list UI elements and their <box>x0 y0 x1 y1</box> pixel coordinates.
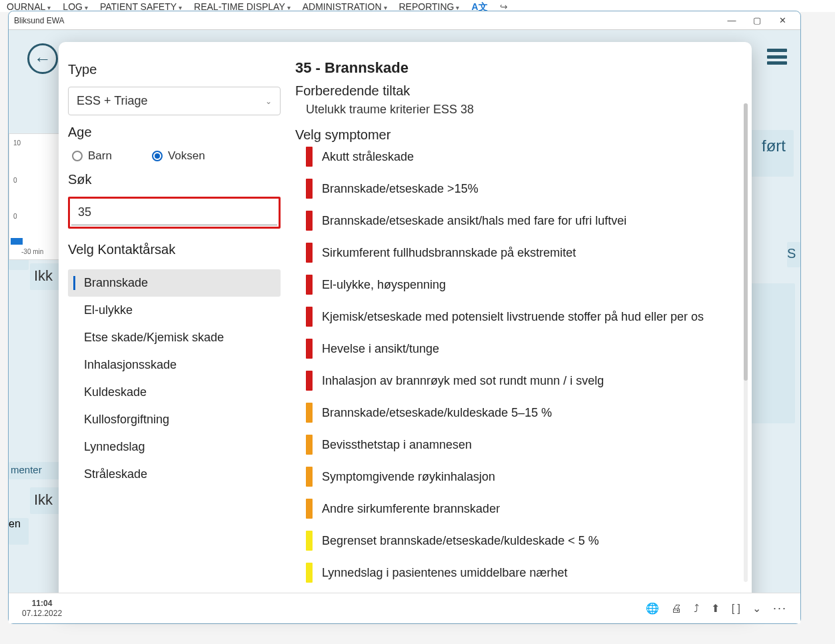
age-radio-group: Barn Voksen <box>68 149 281 163</box>
symptom-header: Velg symptomer <box>295 127 738 143</box>
symptom-label: Brannskade/etseskade ansikt/hals med far… <box>322 214 626 228</box>
severity-bar <box>306 339 313 359</box>
translate-icon[interactable]: A文 <box>471 1 487 11</box>
contact-item[interactable]: Lynnedslag <box>68 433 281 461</box>
severity-bar <box>306 467 313 487</box>
symptom-item[interactable]: Brannskade/etseskade >15% <box>306 179 738 199</box>
window-minimize-button[interactable]: — <box>719 15 744 25</box>
hamburger-menu-icon[interactable] <box>767 49 787 65</box>
bg-menu-item[interactable]: PATIENT SAFETY▾ <box>100 1 182 11</box>
severity-bar <box>306 243 313 263</box>
contact-item[interactable]: Brannskade <box>68 269 281 297</box>
severity-bar <box>306 147 313 167</box>
bg-label-fragment: ført <box>762 137 786 155</box>
chevron-down-icon[interactable]: ⌄ <box>752 602 761 615</box>
share-icon[interactable]: ⤴ <box>694 603 699 615</box>
contact-item[interactable]: El-ulykke <box>68 297 281 324</box>
severity-bar <box>306 179 313 199</box>
contact-reason-list: BrannskadeEl-ulykkeEtse skade/Kjemisk sk… <box>68 269 281 488</box>
bg-menu-item[interactable]: ADMINISTRATION▾ <box>303 1 387 11</box>
prep-line: Utelukk traume kriterier ESS 38 <box>295 103 738 117</box>
radio-icon <box>72 151 83 161</box>
upload-icon[interactable]: ⬆ <box>711 602 720 615</box>
chart-tick: 0 <box>13 177 17 184</box>
radio-label: Barn <box>88 149 112 163</box>
contact-item[interactable]: Kullosforgiftning <box>68 406 281 433</box>
symptom-label: Bevissthetstap i anamnesen <box>322 438 472 452</box>
bg-menu-item[interactable]: REPORTING▾ <box>399 1 460 11</box>
chart-tick: 0 <box>13 213 17 220</box>
radio-voksen[interactable]: Voksen <box>152 149 205 163</box>
severity-bar <box>306 403 313 423</box>
type-select-value: ESS + Triage <box>77 94 148 108</box>
window-close-button[interactable]: ✕ <box>770 15 795 25</box>
modal-right-panel: 35 - Brannskade Forberedende tiltak Utel… <box>289 42 752 609</box>
contact-item[interactable]: Etse skade/Kjemisk skade <box>68 324 281 351</box>
type-select[interactable]: ESS + Triage ⌄ <box>68 87 281 115</box>
radio-barn[interactable]: Barn <box>72 149 112 163</box>
window-titlebar: Bliksund EWA — ▢ ✕ <box>9 11 800 30</box>
symptom-item[interactable]: Begrenset brannskade/etseskade/kuldeskad… <box>306 531 738 551</box>
severity-bar <box>306 499 313 519</box>
contact-reason-label: Velg Kontaktårsak <box>68 242 281 257</box>
symptom-label: Hevelse i ansikt/tunge <box>322 342 439 356</box>
symptom-item[interactable]: Bevissthetstap i anamnesen <box>306 435 738 455</box>
symptom-item[interactable]: Lynnedslag i pasientenes umiddelbare nær… <box>306 563 738 583</box>
symptom-label: Kjemisk/etseskade med potensielt livstru… <box>322 310 704 324</box>
search-highlight-box <box>68 197 281 229</box>
expand-icon[interactable]: [ ] <box>732 603 740 615</box>
status-bar: 11:04 07.12.2022 🌐 🖨 ⤴ ⬆ [ ] ⌄ ··· <box>9 593 800 623</box>
symptom-item[interactable]: Brannskade/etseskade/kuldeskade 5–15 % <box>306 403 738 423</box>
symptom-item[interactable]: Akutt stråleskade <box>306 147 738 167</box>
symptom-item[interactable]: Hevelse i ansikt/tunge <box>306 339 738 359</box>
prep-header: Forberedende tiltak <box>295 83 738 99</box>
symptom-list: Akutt stråleskadeBrannskade/etseskade >1… <box>295 147 738 583</box>
window-title: Bliksund EWA <box>14 16 719 25</box>
severity-bar <box>306 371 313 391</box>
scrollbar[interactable] <box>744 103 748 582</box>
severity-bar <box>306 275 313 295</box>
symptom-label: El-ulykke, høyspenning <box>322 278 446 292</box>
bg-menu-item[interactable]: OURNAL▾ <box>7 1 51 11</box>
chart-x-label: -30 min <box>21 248 43 255</box>
bg-menu-item[interactable]: LOG▾ <box>63 1 88 11</box>
severity-bar <box>306 435 313 455</box>
severity-bar <box>306 307 313 327</box>
symptom-label: Begrenset brannskade/etseskade/kuldeskad… <box>322 534 599 548</box>
bg-panel: menter <box>9 462 65 479</box>
symptom-item[interactable]: Symptomgivende røykinhalasjon <box>306 467 738 487</box>
detail-title: 35 - Brannskade <box>295 59 738 77</box>
chart-tick: 10 <box>13 139 21 147</box>
severity-bar <box>306 211 313 231</box>
more-icon[interactable]: ··· <box>773 601 787 615</box>
logout-icon[interactable]: ↪ <box>500 1 508 11</box>
symptom-item[interactable]: Andre sirkumferente brannskader <box>306 499 738 519</box>
globe-icon[interactable]: 🌐 <box>646 602 659 615</box>
age-label: Age <box>68 125 281 140</box>
bg-menu-item[interactable]: REAL-TIME DISPLAY▾ <box>194 1 291 11</box>
back-button[interactable]: ← <box>27 43 58 74</box>
printer-icon[interactable]: 🖨 <box>671 603 682 615</box>
contact-item[interactable]: Stråleskade <box>68 461 281 488</box>
symptom-item[interactable]: Sirkumferent fullhudsbrannskade på ekstr… <box>306 243 738 263</box>
symptom-item[interactable]: Brannskade/etseskade ansikt/hals med far… <box>306 211 738 231</box>
radio-label: Voksen <box>168 149 205 163</box>
status-date: 07.12.2022 <box>22 609 62 618</box>
search-label: Søk <box>68 172 281 187</box>
window-maximize-button[interactable]: ▢ <box>744 15 770 25</box>
mini-chart: 10 0 0 -30 min <box>9 133 62 260</box>
contact-item[interactable]: Inhalasjonsskade <box>68 351 281 379</box>
type-label: Type <box>68 62 281 77</box>
severity-bar <box>306 531 313 551</box>
app-window: Bliksund EWA — ▢ ✕ ← Manesvannen rename … <box>8 11 801 624</box>
symptom-item[interactable]: El-ulykke, høyspenning <box>306 275 738 295</box>
symptom-label: Andre sirkumferente brannskader <box>322 502 500 516</box>
status-time: 11:04 <box>22 599 62 608</box>
app-body: ← Manesvannen rename Grimstad ført S er … <box>9 30 800 623</box>
symptom-item[interactable]: Kjemisk/etseskade med potensielt livstru… <box>306 307 738 327</box>
scrollbar-thumb[interactable] <box>744 103 748 381</box>
contact-item[interactable]: Kuldeskade <box>68 379 281 406</box>
search-input[interactable] <box>71 200 277 225</box>
symptom-item[interactable]: Inhalasjon av brannrøyk med sot rundt mu… <box>306 371 738 391</box>
symptom-label: Lynnedslag i pasientenes umiddelbare nær… <box>322 566 568 580</box>
